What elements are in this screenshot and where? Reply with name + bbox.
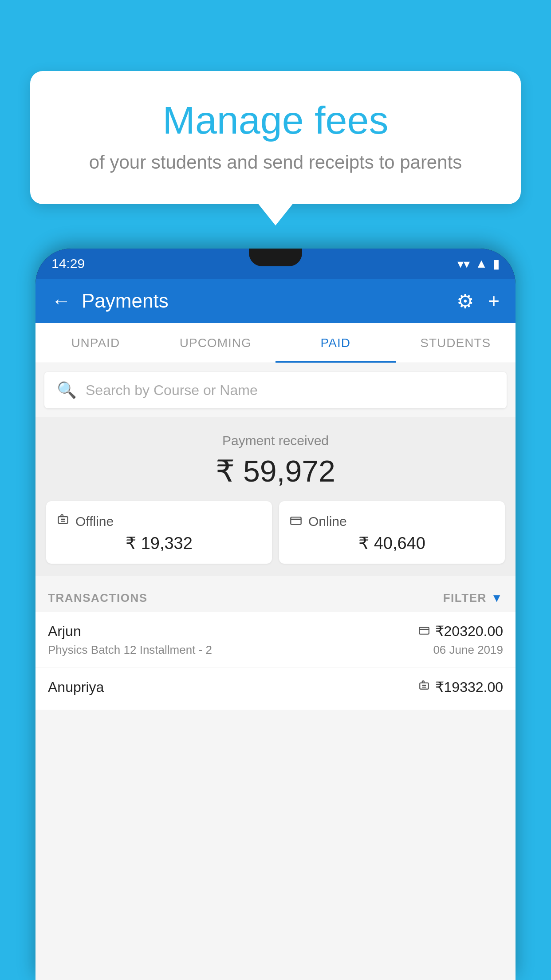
- offline-label: Offline: [75, 514, 114, 529]
- status-bar: 14:29 ▾▾ ▲ ▮: [35, 249, 516, 279]
- signal-icon: ▲: [475, 257, 488, 271]
- settings-icon[interactable]: ⚙: [457, 290, 474, 312]
- search-placeholder-text: Search by Course or Name: [86, 382, 258, 399]
- tabs-container: UNPAID UPCOMING PAID STUDENTS: [35, 323, 516, 363]
- search-icon: 🔍: [57, 381, 77, 399]
- battery-icon: ▮: [493, 257, 500, 271]
- payment-cards: Offline ₹ 19,332 Online: [44, 501, 507, 564]
- svg-rect-3: [291, 517, 301, 524]
- tab-upcoming[interactable]: UPCOMING: [156, 323, 276, 363]
- app-header: ← Payments ⚙ +: [35, 279, 516, 323]
- offline-amount: ₹ 19,332: [57, 533, 261, 553]
- online-icon: [290, 514, 302, 529]
- offline-card: Offline ₹ 19,332: [46, 501, 272, 564]
- back-icon[interactable]: ←: [51, 290, 71, 312]
- speech-bubble: Manage fees of your students and send re…: [30, 71, 521, 204]
- status-bar-time: 14:29: [51, 256, 85, 271]
- svg-rect-5: [419, 627, 429, 634]
- transaction-online-icon: [418, 624, 430, 639]
- header-title: Payments: [82, 290, 169, 312]
- transactions-label: TRANSACTIONS: [48, 591, 148, 605]
- speech-bubble-subtitle: of your students and send receipts to pa…: [57, 152, 494, 173]
- online-amount: ₹ 40,640: [290, 533, 494, 553]
- search-bar[interactable]: 🔍 Search by Course or Name: [44, 372, 507, 408]
- tab-unpaid[interactable]: UNPAID: [35, 323, 156, 363]
- tab-paid[interactable]: PAID: [276, 323, 396, 363]
- screen-content: 🔍 Search by Course or Name Payment recei…: [35, 363, 516, 980]
- transaction-row-top: Anupriya ₹19332.00: [48, 679, 503, 695]
- filter-icon: ▼: [491, 591, 503, 605]
- payment-summary: Payment received ₹ 59,972: [35, 417, 516, 576]
- transaction-item[interactable]: Anupriya ₹19332.00: [35, 668, 516, 710]
- transaction-row-bottom: Physics Batch 12 Installment - 2 06 June…: [48, 643, 503, 657]
- transaction-amount: ₹19332.00: [435, 679, 503, 695]
- svg-rect-0: [59, 517, 68, 523]
- transaction-date: 06 June 2019: [433, 643, 503, 657]
- online-label: Online: [308, 514, 347, 529]
- wifi-icon: ▾▾: [457, 257, 470, 271]
- transaction-offline-icon: [418, 680, 430, 695]
- online-card: Online ₹ 40,640: [279, 501, 505, 564]
- tab-students[interactable]: STUDENTS: [396, 323, 516, 363]
- header-left: ← Payments: [51, 290, 169, 312]
- notch: [249, 249, 302, 266]
- payment-received-amount: ₹ 59,972: [44, 454, 507, 489]
- offline-icon: [57, 514, 69, 529]
- transaction-amount-container: ₹19332.00: [418, 679, 503, 695]
- transaction-item[interactable]: Arjun ₹20320.00 Physics Batch 12 Install…: [35, 612, 516, 668]
- transactions-header: TRANSACTIONS FILTER ▼: [35, 581, 516, 612]
- offline-card-header: Offline: [57, 514, 261, 529]
- svg-rect-7: [420, 683, 429, 689]
- payment-received-label: Payment received: [44, 433, 507, 448]
- filter-label: FILTER: [443, 591, 487, 605]
- filter-button[interactable]: FILTER ▼: [443, 591, 503, 605]
- add-icon[interactable]: +: [488, 290, 500, 312]
- phone-frame: 14:29 ▾▾ ▲ ▮ ← Payments ⚙ + UNPAID UPCOM…: [35, 249, 516, 980]
- speech-bubble-title: Manage fees: [57, 98, 494, 143]
- status-bar-icons: ▾▾ ▲ ▮: [457, 257, 500, 271]
- online-card-header: Online: [290, 514, 494, 529]
- transaction-name: Anupriya: [48, 679, 104, 695]
- transaction-amount: ₹20320.00: [435, 623, 503, 640]
- transaction-detail: Physics Batch 12 Installment - 2: [48, 643, 212, 657]
- transaction-name: Arjun: [48, 623, 81, 640]
- transaction-list: Arjun ₹20320.00 Physics Batch 12 Install…: [35, 612, 516, 710]
- transaction-row-top: Arjun ₹20320.00: [48, 623, 503, 640]
- transaction-amount-container: ₹20320.00: [418, 623, 503, 640]
- header-right: ⚙ +: [457, 290, 500, 312]
